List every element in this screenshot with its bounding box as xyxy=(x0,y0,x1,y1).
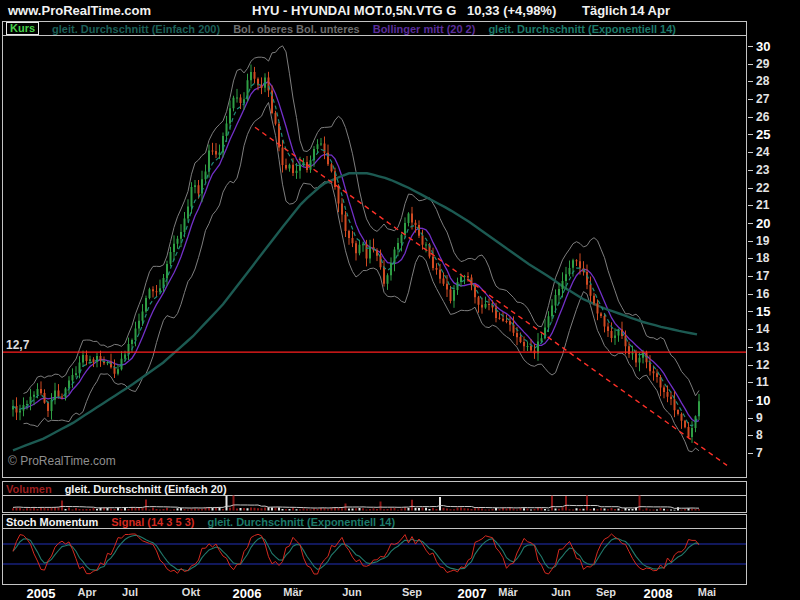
red-trend-line xyxy=(255,127,727,465)
price-tick xyxy=(748,294,753,295)
date-axis[interactable]: 2005AprJulOkt2006MärJunSep2007MärJunSep2… xyxy=(0,584,800,600)
date-tick-month: Sep xyxy=(596,586,616,598)
price-tick xyxy=(748,276,753,277)
candle-bodies-down xyxy=(16,72,690,437)
price-tick-label: 13 xyxy=(756,340,769,354)
price-tick xyxy=(748,134,753,135)
stoch-ma-line xyxy=(13,535,699,571)
legend-volume-ma[interactable]: gleit. Durchschnitt (Einfach 20) xyxy=(65,483,227,495)
price-plot[interactable] xyxy=(3,35,746,477)
prorealtime-window: { "header": { "site": "www.ProRealTime.c… xyxy=(0,0,800,600)
price-tick xyxy=(748,81,753,82)
price-tick-label: 25 xyxy=(756,127,770,142)
price-tick xyxy=(748,205,753,206)
date-tick-month: Jul xyxy=(122,586,138,598)
price-tick xyxy=(748,329,753,330)
price-tick xyxy=(748,170,753,171)
price-tick-label: 24 xyxy=(756,145,769,159)
price-tick-label: 26 xyxy=(756,110,769,124)
last-price-change: 10,33 (+4,98%) xyxy=(467,3,556,18)
price-tick-label: 7 xyxy=(756,446,763,460)
price-tick-label: 21 xyxy=(756,198,769,212)
bollinger-upper-band xyxy=(24,46,700,396)
price-tick-label: 19 xyxy=(756,234,769,248)
legend-ema14[interactable]: gleit. Durchschnitt (Exponentiell 14) xyxy=(488,23,676,35)
copyright-watermark: © ProRealTime.com xyxy=(8,454,116,468)
legend-stoch-name[interactable]: Stoch Momentum xyxy=(6,516,98,528)
horizontal-line-value: 12,7 xyxy=(6,338,29,352)
volume-ma-line xyxy=(13,505,699,509)
price-tick xyxy=(748,64,753,65)
date-label: 14 Apr xyxy=(630,3,670,18)
price-tick xyxy=(748,382,753,383)
price-tick xyxy=(748,223,753,224)
date-tick-month: Okt xyxy=(182,586,200,598)
price-tick xyxy=(748,258,753,259)
price-tick-label: 28 xyxy=(756,74,769,88)
date-tick-month: Mär xyxy=(283,586,303,598)
price-tick-label: 9 xyxy=(756,411,763,425)
price-tick xyxy=(748,152,753,153)
date-tick-month: Jun xyxy=(342,586,362,598)
stoch-legend: Stoch Momentum Signal (14 3 5 3) gleit. … xyxy=(3,515,746,529)
bollinger-mid-line xyxy=(24,82,700,422)
legend-bollinger-bands[interactable]: Bol. oberes Bol. unteres xyxy=(233,23,360,35)
legend-stoch-signal[interactable]: Signal (14 3 5 3) xyxy=(111,516,194,528)
price-tick-label: 12 xyxy=(756,358,769,372)
price-legend: Kurs gleit. Durchschnitt (Einfach 200) B… xyxy=(3,22,746,36)
candle-wicks-down xyxy=(17,67,689,438)
price-tick-label: 16 xyxy=(756,287,769,301)
price-tick xyxy=(748,117,753,118)
date-tick-year: 2007 xyxy=(458,586,487,600)
price-tick-label: 27 xyxy=(756,92,769,106)
price-axis[interactable]: 13,655 10,33 9,7375 340,95 100 50 -50 -1… xyxy=(748,0,800,600)
price-tick xyxy=(748,188,753,189)
price-tick xyxy=(748,99,753,100)
price-tick xyxy=(748,347,753,348)
date-tick-month: Jun xyxy=(551,586,571,598)
price-tick xyxy=(748,311,753,312)
volume-legend: Volumen gleit. Durchschnitt (Einfach 20) xyxy=(3,482,746,496)
price-tick-label: 22 xyxy=(756,181,769,195)
legend-stoch-ma[interactable]: gleit. Durchschnitt (Exponentiell 14) xyxy=(207,516,395,528)
price-tick-label: 8 xyxy=(756,428,763,442)
date-tick-month: Mär xyxy=(498,586,518,598)
date-tick-year: 2006 xyxy=(233,586,262,600)
chart-title: HYU - HYUNDAI MOT.0,5N.VTG G xyxy=(252,3,456,18)
date-tick-year: 2008 xyxy=(644,586,673,600)
legend-bollinger-mid[interactable]: Bollinger mitt (20 2) xyxy=(373,23,476,35)
price-tick xyxy=(748,241,753,242)
price-tick xyxy=(748,453,753,454)
price-tick-label: 10 xyxy=(756,392,770,407)
legend-volume[interactable]: Volumen xyxy=(6,483,52,495)
price-tick-label: 11 xyxy=(756,375,769,389)
price-tick-label: 17 xyxy=(756,269,769,283)
price-tick-label: 30 xyxy=(756,38,770,53)
volume-bars xyxy=(13,496,699,511)
timeframe-label[interactable]: Täglich xyxy=(582,3,628,18)
price-tick-label: 15 xyxy=(756,304,770,319)
price-tick xyxy=(748,418,753,419)
price-tick-label: 29 xyxy=(756,57,769,71)
date-tick-month: Apr xyxy=(78,586,97,598)
date-tick-year: 2005 xyxy=(27,586,56,600)
legend-kurs-chip[interactable]: Kurs xyxy=(6,22,39,35)
stoch-plot[interactable] xyxy=(3,528,746,584)
price-tick-label: 14 xyxy=(756,322,769,336)
price-tick-label: 20 xyxy=(756,215,770,230)
volume-bars-up xyxy=(66,496,689,511)
date-tick-month: Mai xyxy=(698,586,716,598)
price-tick xyxy=(748,365,753,366)
price-tick-label: 23 xyxy=(756,163,769,177)
price-tick xyxy=(748,435,753,436)
price-tick xyxy=(748,46,753,47)
sma200-line xyxy=(13,173,697,450)
site-link[interactable]: www.ProRealTime.com xyxy=(8,3,151,18)
date-tick-month: Sep xyxy=(402,586,422,598)
price-tick-label: 18 xyxy=(756,251,769,265)
volume-plot[interactable] xyxy=(3,495,746,512)
bollinger-lower-band xyxy=(24,103,700,452)
price-tick xyxy=(748,400,753,401)
legend-sma200[interactable]: gleit. Durchschnitt (Einfach 200) xyxy=(52,23,220,35)
